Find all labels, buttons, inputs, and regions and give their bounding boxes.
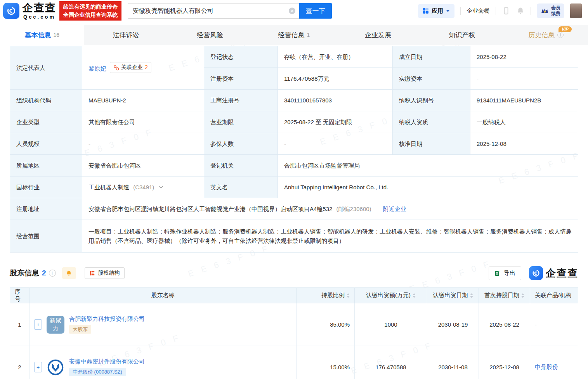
zhongding-logo-icon — [47, 359, 64, 376]
qcc-logo[interactable]: 企查查 Qcc.com — [3, 3, 56, 19]
qcc-watermark-logo: 企查查 — [529, 266, 578, 280]
divider — [460, 7, 461, 15]
slogan-line1: 缔造有远见的商业传奇 — [63, 3, 118, 11]
tab-company-development[interactable]: 企业发展 — [336, 25, 420, 45]
field-value: 安徽省合肥市包河区 — [82, 155, 204, 177]
vip-line1: 会员 — [551, 5, 560, 11]
header-right: 应用 企业套餐 会员 续费 — [418, 3, 582, 18]
mobile-phone-icon[interactable] — [502, 6, 510, 16]
field-value: 存续（在营、开业、在册） — [278, 46, 393, 68]
address-value: 安徽省合肥市包河区淝河镇龙川路包河区人工智能视觉产业港（中国视界）启动区项目A4… — [88, 206, 332, 212]
tab-count: 16 — [53, 32, 59, 38]
legal-rep-cell: 黎原妃关联企业2 — [82, 46, 204, 90]
field-label: 法定代表人 — [10, 46, 82, 90]
field-value: MAEU8UPN-2 — [82, 90, 204, 111]
crown-icon — [541, 7, 549, 14]
related-companies-badge[interactable]: 关联企业2 — [110, 62, 151, 73]
apps-label: 应用 — [432, 7, 443, 15]
field-label: 成立日期 — [393, 46, 470, 68]
vip-label: 会员 续费 — [551, 5, 560, 17]
apps-menu-button[interactable]: 应用 — [418, 4, 454, 18]
shareholder-logo[interactable] — [47, 358, 64, 376]
qcc-spiral-icon — [6, 5, 17, 16]
col-header-sub-date[interactable]: 认缴出资日期 — [427, 288, 479, 303]
shareholders-header-row: 序号 股东名称 持股比例 认缴出资额(万元) 认缴出资日期 首次持股日期 关联产… — [10, 288, 578, 303]
grid-icon — [423, 8, 429, 14]
tab-legal-litigation[interactable]: 法律诉讼 — [84, 25, 168, 45]
tab-basic-info[interactable]: 基本信息 16 — [0, 25, 84, 45]
chevron-down-icon[interactable] — [158, 185, 163, 189]
col-header-ratio[interactable]: 持股比例 — [297, 288, 355, 303]
qcc-spiral-icon — [531, 268, 541, 278]
legal-rep-link[interactable]: 黎原妃 — [88, 66, 106, 72]
field-value: 2025-12-08 — [470, 133, 578, 155]
related-value: - — [530, 303, 578, 346]
qcc-logo-icon — [3, 3, 19, 19]
vip-badge: VIP — [559, 26, 572, 32]
field-label: 核准日期 — [393, 133, 470, 155]
top-header: 企查查 Qcc.com 缔造有远见的商业传奇 全国企业信用查询系统 ✕ 查一下 … — [0, 0, 588, 22]
search-button[interactable]: 查一下 — [299, 3, 332, 19]
equity-chart-icon — [89, 270, 95, 276]
sort-icon[interactable] — [470, 293, 473, 298]
export-label: 导出 — [504, 270, 515, 277]
tab-label: 历史信息 — [528, 31, 555, 40]
tab-history-info[interactable]: VIP 历史信息 i — [504, 25, 588, 45]
monitor-bell-button[interactable] — [62, 267, 76, 279]
tab-intellectual-property[interactable]: 知识产权 — [420, 25, 504, 45]
expand-button[interactable]: + — [34, 362, 42, 372]
search-input[interactable] — [128, 3, 299, 19]
related-product-link[interactable]: 中鼎股份 — [535, 363, 558, 370]
brand-domain: Qcc.com — [23, 14, 56, 19]
sort-icon[interactable] — [413, 293, 416, 298]
field-label: 纳税人识别号 — [393, 90, 470, 111]
shareholder-name-link[interactable]: 合肥新聚力科技投资有限公司 — [69, 315, 145, 323]
export-button[interactable]: 导出 — [489, 267, 521, 280]
expand-button[interactable]: + — [34, 319, 42, 330]
info-icon[interactable]: i — [49, 270, 56, 277]
col-header-no: 序号 — [10, 288, 29, 303]
bell-icon — [66, 270, 72, 277]
nearby-companies-link[interactable]: 附近企业 — [383, 206, 406, 212]
business-scope-value: 一般项目：工业机器人制造；特殊作业机器人制造；服务消费机器人制造；工业机器人销售… — [82, 220, 578, 253]
related-network-icon — [113, 65, 119, 71]
excel-icon — [494, 270, 501, 277]
field-value: 91340111MAEU8UPN2B — [470, 90, 578, 111]
field-value: - — [82, 133, 204, 155]
address-postcode: (邮编230600) — [336, 206, 371, 212]
enterprise-package-link[interactable]: 企业套餐 — [467, 7, 490, 15]
tab-operating-risk[interactable]: 经营风险 — [168, 25, 252, 45]
tab-bar: 基本信息 16 法律诉讼 经营风险 经营信息 1 企业发展 知识产权 VIP 历… — [0, 25, 588, 45]
field-label: 注册地址 — [10, 198, 82, 220]
industry-code: (C3491) — [133, 184, 154, 190]
field-label: 企业类型 — [10, 111, 82, 133]
field-label: 所属地区 — [10, 155, 82, 177]
notification-bell-icon[interactable] — [516, 6, 525, 16]
tab-operating-info[interactable]: 经营信息 1 — [252, 25, 336, 45]
user-avatar[interactable] — [570, 3, 582, 18]
section-title: 股东信息 — [10, 268, 39, 278]
equity-structure-button[interactable]: 股权结构 — [85, 267, 125, 279]
info-icon[interactable]: i — [557, 32, 564, 38]
field-label: 登记状态 — [204, 46, 278, 68]
col-header-amount[interactable]: 认缴出资额(万元) — [355, 288, 427, 303]
shareholder-avatar[interactable]: 新聚力 — [47, 316, 64, 334]
sort-icon[interactable] — [521, 293, 524, 298]
field-label: 参保人数 — [204, 133, 278, 155]
col-header-first-date[interactable]: 首次持股日期 — [479, 288, 530, 303]
sort-icon[interactable] — [347, 293, 350, 298]
shareholder-name-link[interactable]: 安徽中鼎密封件股份有限公司 — [69, 358, 145, 365]
tab-count: 1 — [307, 32, 310, 38]
tab-label: 知识产权 — [449, 31, 475, 40]
slogan-banner: 缔造有远见的商业传奇 全国企业信用查询系统 — [59, 1, 121, 21]
clear-search-icon[interactable]: ✕ — [289, 8, 295, 14]
vip-line2: 续费 — [551, 11, 560, 17]
field-label: 国标行业 — [10, 177, 82, 198]
slogan-line2: 全国企业信用查询系统 — [63, 11, 118, 19]
field-value: 2025-08-22 — [470, 46, 578, 68]
first-date-value: 2025-08-22 — [479, 303, 530, 346]
field-value: 340111001657803 — [278, 90, 393, 111]
field-label: 登记机关 — [204, 155, 278, 177]
vip-renew-button[interactable]: 会员 续费 — [537, 3, 564, 18]
qcc-logo-icon — [529, 266, 543, 280]
